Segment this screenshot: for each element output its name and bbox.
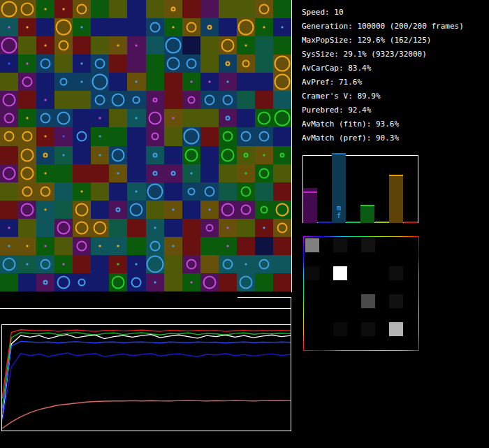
world-cell — [127, 201, 145, 219]
world-cell — [91, 55, 109, 73]
organism-circle — [221, 148, 234, 161]
world-cell — [91, 91, 109, 109]
world-cell — [127, 55, 145, 73]
world-cell — [54, 273, 73, 291]
species-bar-chartreuse — [375, 221, 389, 223]
population-bar-chart: m f — [302, 155, 418, 223]
world-cell — [164, 0, 182, 18]
organism-dot — [117, 245, 119, 247]
world-cell — [237, 55, 255, 73]
world-cell — [127, 182, 145, 201]
organism-circle — [77, 240, 87, 251]
organism-dot — [226, 81, 228, 83]
world-cell — [36, 55, 54, 73]
world-cell — [73, 182, 91, 201]
organism-dot — [136, 190, 138, 192]
world-cell — [91, 201, 109, 219]
organism-circle — [258, 168, 269, 178]
world-cell — [36, 273, 54, 291]
stat-maxpopsize: MaxPopSize: 129.6% (162/125) — [302, 34, 464, 48]
organism-circle — [131, 277, 142, 287]
organism-circle — [94, 221, 107, 234]
history-line-chart — [1, 324, 291, 431]
organism-dot — [27, 245, 29, 247]
stat-speed: Speed: 10 — [302, 6, 464, 20]
organism-dot — [245, 45, 247, 47]
world-cell — [255, 73, 273, 91]
world-cell — [73, 127, 91, 145]
world-cell — [54, 18, 73, 36]
world-cell — [109, 18, 127, 36]
world-cell — [182, 182, 200, 201]
world-cell — [146, 109, 164, 127]
world-cell — [54, 255, 73, 273]
world-cell — [36, 201, 54, 219]
organism-circle — [57, 112, 71, 125]
organism-dot — [63, 263, 65, 265]
world-cell — [18, 164, 36, 182]
world-cell — [0, 36, 18, 55]
world-cell — [182, 18, 200, 36]
world-cell — [73, 55, 91, 73]
world-cell — [91, 219, 109, 237]
world-cell — [91, 255, 109, 273]
world-grid-canvas — [0, 0, 291, 291]
organism-circle — [204, 95, 214, 106]
world-cell — [164, 182, 182, 201]
organism-dot — [45, 172, 47, 174]
organism-dot — [190, 172, 192, 174]
world-cell — [73, 18, 91, 36]
world-cell — [200, 201, 219, 219]
organism-dot — [27, 117, 29, 120]
world-cell — [273, 182, 291, 201]
world-cell — [164, 237, 182, 255]
world-cell — [73, 109, 91, 127]
world-cell — [18, 201, 36, 219]
organism-circle — [186, 259, 196, 269]
world-cell — [73, 273, 91, 291]
world-cell — [255, 182, 273, 201]
organism-circle — [274, 110, 290, 127]
organism-dot — [27, 27, 29, 29]
organism-dot — [172, 27, 174, 29]
world-cell — [273, 255, 291, 273]
organism-circle — [22, 186, 33, 196]
world-cell — [237, 36, 255, 55]
world-cell — [164, 255, 182, 273]
organism-circle — [204, 186, 214, 196]
world-cell — [255, 0, 273, 18]
world-cell — [0, 55, 18, 73]
organism-dot — [8, 27, 10, 29]
world-cell — [237, 146, 255, 164]
world-cell — [127, 0, 145, 18]
world-cell — [237, 73, 255, 91]
organism-circle — [1, 38, 17, 54]
world-cell — [237, 18, 255, 36]
world-cell — [91, 18, 109, 36]
species-bar-cap — [389, 175, 403, 176]
world-grid-right-border — [291, 0, 292, 292]
species-bar-cap — [375, 222, 389, 223]
world-cell — [182, 146, 200, 164]
world-cell — [200, 0, 219, 18]
world-cell — [18, 73, 36, 91]
stat-purebred: Purebred: 92.4% — [302, 103, 464, 117]
organism-circle — [240, 131, 251, 142]
stat-generation: Generation: 100000 (200/200 frames) — [302, 20, 464, 34]
world-cell — [36, 182, 54, 201]
organism-circle — [225, 116, 230, 121]
mating-matrix-cell — [333, 322, 347, 336]
world-cell — [36, 36, 54, 55]
organism-circle — [187, 187, 195, 195]
world-cell — [127, 237, 145, 255]
world-cell — [36, 164, 54, 182]
organism-circle — [186, 59, 196, 69]
organism-circle — [95, 59, 105, 69]
world-cell — [255, 127, 273, 145]
organism-dot — [27, 263, 29, 265]
world-cell — [109, 273, 127, 291]
world-cell — [200, 73, 219, 91]
world-cell — [54, 109, 73, 127]
organism-circle — [274, 74, 290, 90]
world-cell — [219, 164, 237, 182]
